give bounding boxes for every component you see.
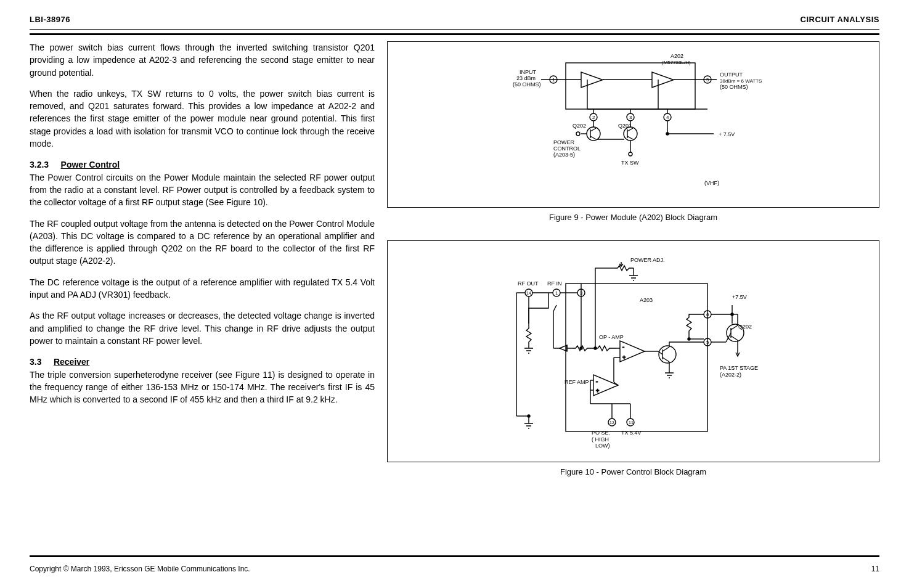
pin-1: 1 [552,77,555,83]
svg-point-15 [587,127,600,141]
opamp-plus: + [622,354,626,361]
figure-10-box: - + - + [387,240,879,462]
paragraph: The DC reference voltage is the output o… [30,276,375,301]
svg-line-17 [590,128,596,131]
header-rule-thin [30,29,879,30]
label-a202: A202 [671,53,683,59]
section-number: 3.3 [30,357,41,367]
pin-3: 3 [629,115,632,120]
figure-9-diagram: A202 (M57783L/H) INPUT 23 dBm (50 OHMS) … [461,51,806,198]
label-power-adj: POWER ADJ. [630,257,665,263]
label-input: INPUT [520,69,537,75]
page-header: LBI-38976 CIRCUIT ANALYSIS [30,15,879,24]
label-output-ohms: (50 OHMS) [720,84,748,90]
svg-rect-33 [566,284,707,431]
refamp-plus: + [596,388,599,394]
header-rule-thick [30,33,879,35]
svg-line-71 [662,347,669,351]
svg-line-25 [627,136,633,139]
svg-point-28 [629,152,632,156]
figure-10-diagram: - + - + [461,250,806,453]
header-left: LBI-38976 [30,15,70,24]
label-part: (M57783L/H) [662,60,691,65]
label-vhf: (VHF) [704,180,719,186]
footer-rule [30,555,879,557]
label-output-dbm: 38dBm = 6 WATTS [720,78,762,84]
pin-14: 14 [526,291,531,295]
pin-2: 2 [592,115,595,120]
label-rf-in: RF IN [547,280,562,287]
pin-11: 11 [629,420,634,425]
figure-9-caption: Figure 9 - Power Module (A202) Block Dia… [387,213,879,222]
header-right: CIRCUIT ANALYSIS [801,15,879,24]
paragraph: The Power Control circuits on the Power … [30,171,375,209]
label-tx54: TX 5.4V [621,430,642,436]
svg-line-86 [731,336,738,340]
label-pose: PO SE. [592,430,610,436]
pin-6: 6 [706,312,709,317]
label-q202: Q202 [738,324,752,330]
label-input-dbm: 23 dBm [516,75,536,81]
label-v75: +7.5V [732,294,747,300]
pin-5: 5 [706,77,709,83]
svg-line-18 [590,136,596,139]
pin-3: 3 [580,290,583,296]
figure-9-box: A202 (M57783L/H) INPUT 23 dBm (50 OHMS) … [387,41,879,208]
label-power-control2: CONTROL [553,145,581,152]
label-q202: Q202 [573,123,586,129]
footer-left: Copyright © March 1993, Ericsson GE Mobi… [30,565,250,573]
label-a203: A203 [640,297,653,303]
svg-point-31 [666,133,669,135]
pin-5: 5 [706,340,709,345]
section-title: Power Control [61,160,120,169]
figure-10-caption: Figure 10 - Power Control Block Diagram [387,467,879,476]
svg-line-85 [731,325,738,330]
label-output: OUTPUT [720,71,743,78]
paragraph: When the radio unkeys, TX SW returns to … [30,88,375,150]
section-title: Receiver [54,357,89,367]
section-heading-row: 3.2.3 Power Control [30,158,375,171]
paragraph: As the RF output voltage increases or de… [30,309,375,347]
page-content: The power switch bias current flows thro… [30,41,879,495]
footer-right: 11 [871,565,879,573]
label-low: LOW) [595,443,610,449]
label-q201: Q201 [618,123,632,129]
pin-1: 1 [555,290,558,296]
label-highlow: ( HIGH [592,436,609,443]
svg-line-72 [662,357,669,362]
paragraph: The power switch bias current flows thro… [30,41,375,79]
label-tx-sw: TX SW [621,160,639,166]
svg-point-21 [576,132,580,136]
label-a203-5: (A203-5) [553,152,575,158]
label-refamp: REF AMP [565,379,589,385]
pin-12: 12 [609,420,614,425]
label-power-control: POWER [553,139,575,145]
label-input-ohms: (50 OHMS) [513,81,541,88]
label-opamp: OP - AMP [599,334,624,340]
figure-column: A202 (M57783L/H) INPUT 23 dBm (50 OHMS) … [387,41,879,495]
section-heading-row: 3.3 Receiver [30,356,375,368]
page-footer: Copyright © March 1993, Ericsson GE Mobi… [30,565,879,573]
refamp-minus: - [596,378,598,385]
label-rf-out: RF OUT [518,280,539,287]
opamp-minus: - [622,344,624,350]
paragraph: The RF coupled output voltage from the a… [30,218,375,267]
svg-point-22 [624,127,637,141]
label-a2022: (A202-2) [720,372,741,378]
svg-line-52 [553,305,556,311]
text-column: The power switch bias current flows thro… [30,41,375,495]
section-number: 3.2.3 [30,160,49,169]
label-v75: + 7.5V [719,131,735,137]
label-pa1st: PA 1ST STAGE [720,365,758,371]
pin-4: 4 [666,115,669,120]
paragraph: The triple conversion superheterodyne re… [30,369,375,406]
